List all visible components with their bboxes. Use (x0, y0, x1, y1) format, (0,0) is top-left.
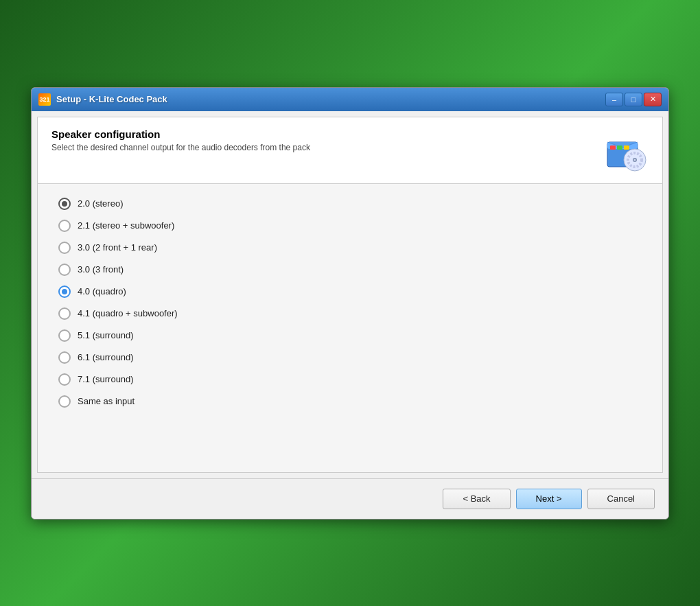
header-section: Speaker configuration Select the desired… (38, 117, 662, 184)
radio-label-opt10: Same as input (78, 396, 135, 406)
radio-option-opt1[interactable]: 2.0 (stereo) (58, 198, 642, 210)
page-title: Speaker configuration (51, 128, 588, 140)
radio-btn-opt6 (58, 307, 71, 320)
radio-option-opt7[interactable]: 5.1 (surround) (58, 329, 642, 342)
cancel-button[interactable]: Cancel (587, 489, 655, 509)
radio-option-opt6[interactable]: 4.1 (quadro + subwoofer) (58, 307, 642, 320)
title-controls: – □ ✕ (605, 93, 662, 106)
radio-btn-opt10 (58, 395, 71, 408)
radio-label-opt1: 2.0 (stereo) (78, 198, 123, 209)
radio-option-opt2[interactable]: 2.1 (stereo + subwoofer) (58, 220, 642, 232)
options-section: 2.0 (stereo)2.1 (stereo + subwoofer)3.0 … (38, 184, 662, 472)
radio-option-opt10[interactable]: Same as input (58, 395, 642, 408)
footer-section: < Back Next > Cancel (32, 478, 668, 519)
next-button[interactable]: Next > (516, 489, 582, 509)
title-bar-left: 321 Setup - K-Lite Codec Pack (38, 93, 167, 106)
radio-label-opt5: 4.0 (quadro) (78, 286, 126, 296)
close-button[interactable]: ✕ (644, 93, 662, 106)
minimize-button[interactable]: – (605, 93, 623, 106)
radio-btn-opt5 (58, 285, 71, 298)
svg-rect-8 (624, 145, 629, 150)
radio-btn-opt9 (58, 373, 71, 386)
radio-label-opt9: 7.1 (surround) (78, 374, 134, 384)
radio-label-opt8: 6.1 (surround) (78, 352, 134, 362)
radio-btn-opt2 (58, 220, 71, 232)
radio-label-opt7: 5.1 (surround) (78, 330, 134, 340)
window-title: Setup - K-Lite Codec Pack (56, 94, 167, 104)
page-subtitle: Select the desired channel output for th… (51, 143, 588, 152)
content-area: Speaker configuration Select the desired… (37, 117, 663, 473)
radio-option-opt8[interactable]: 6.1 (surround) (58, 351, 642, 364)
maximize-button[interactable]: □ (625, 93, 642, 106)
title-bar: 321 Setup - K-Lite Codec Pack – □ ✕ (32, 88, 668, 111)
radio-label-opt6: 4.1 (quadro + subwoofer) (78, 308, 178, 318)
radio-btn-opt3 (58, 242, 71, 254)
setup-window: 321 Setup - K-Lite Codec Pack – □ ✕ Spea… (31, 87, 669, 520)
back-button[interactable]: < Back (443, 489, 510, 509)
radio-option-opt3[interactable]: 3.0 (2 front + 1 rear) (58, 242, 642, 254)
radio-option-opt9[interactable]: 7.1 (surround) (58, 373, 642, 386)
radio-list: 2.0 (stereo)2.1 (stereo + subwoofer)3.0 … (58, 198, 642, 408)
header-text: Speaker configuration Select the desired… (51, 128, 588, 152)
radio-btn-opt7 (58, 329, 71, 342)
radio-option-opt5[interactable]: 4.0 (quadro) (58, 285, 642, 298)
svg-rect-7 (617, 145, 622, 150)
app-icon: 321 (38, 93, 51, 106)
radio-btn-opt4 (58, 264, 71, 276)
radio-label-opt2: 2.1 (stereo + subwoofer) (78, 220, 174, 231)
radio-label-opt4: 3.0 (3 front) (78, 264, 124, 275)
radio-label-opt3: 3.0 (2 front + 1 rear) (78, 242, 157, 253)
radio-btn-opt1 (58, 198, 71, 210)
radio-option-opt4[interactable]: 3.0 (3 front) (58, 264, 642, 276)
radio-btn-opt8 (58, 351, 71, 364)
header-icon (602, 128, 649, 175)
svg-rect-6 (610, 145, 616, 150)
svg-point-5 (634, 159, 636, 161)
